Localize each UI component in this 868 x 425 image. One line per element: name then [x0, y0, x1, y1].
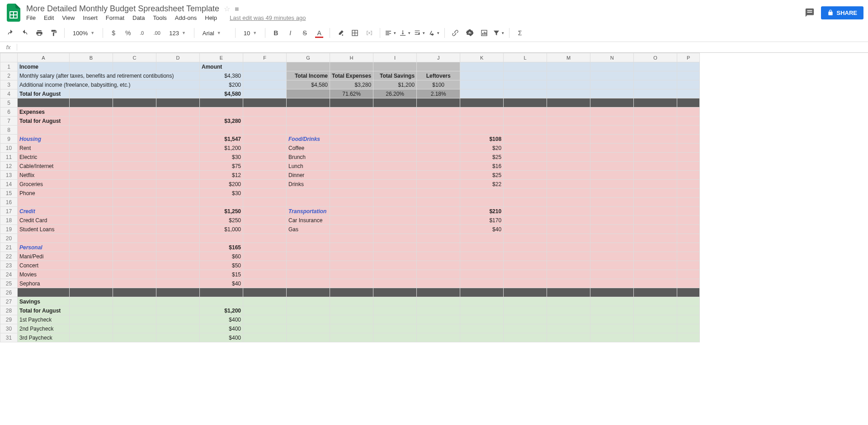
cell-L7[interactable] — [504, 117, 547, 126]
cell-L3[interactable] — [504, 80, 547, 89]
cell-D17[interactable] — [156, 207, 200, 216]
cell-I18[interactable] — [373, 216, 417, 225]
cell-P4[interactable] — [677, 89, 700, 98]
cell-B21[interactable] — [70, 243, 113, 252]
cell-H11[interactable] — [330, 153, 373, 162]
cell-P2[interactable] — [677, 71, 700, 80]
cell-F13[interactable] — [243, 171, 287, 180]
cell-N24[interactable] — [590, 270, 634, 279]
cell-O4[interactable] — [634, 89, 677, 98]
cell-F11[interactable] — [243, 153, 287, 162]
cell-K6[interactable] — [460, 107, 504, 117]
cell-O29[interactable] — [634, 315, 677, 324]
redo-button[interactable] — [19, 27, 31, 39]
cell-M11[interactable] — [547, 153, 590, 162]
cell-K5[interactable] — [460, 98, 504, 107]
cell-D27[interactable] — [156, 297, 200, 306]
cell-G24[interactable] — [287, 270, 330, 279]
cell-A19[interactable]: Student Loans — [18, 225, 70, 234]
cell-G13[interactable]: Dinner — [287, 171, 330, 180]
cell-L20[interactable] — [504, 234, 547, 243]
cell-P24[interactable] — [677, 270, 700, 279]
cell-K23[interactable] — [460, 261, 504, 270]
cell-H7[interactable] — [330, 117, 373, 126]
cell-L17[interactable] — [504, 207, 547, 216]
cell-F5[interactable] — [243, 98, 287, 107]
cell-I2[interactable]: Total Savings — [373, 71, 417, 80]
cell-K13[interactable]: $25 — [460, 171, 504, 180]
row-header-19[interactable]: 19 — [0, 225, 18, 234]
cell-O18[interactable] — [634, 216, 677, 225]
cell-P9[interactable] — [677, 135, 700, 144]
cell-H25[interactable] — [330, 279, 373, 288]
menu-format[interactable]: Format — [106, 14, 124, 21]
cell-J19[interactable] — [417, 225, 460, 234]
cell-C13[interactable] — [113, 171, 156, 180]
cell-H3[interactable]: $3,280 — [330, 80, 373, 89]
cell-E31[interactable]: $400 — [200, 333, 243, 342]
cell-P23[interactable] — [677, 261, 700, 270]
cell-D13[interactable] — [156, 171, 200, 180]
cell-H23[interactable] — [330, 261, 373, 270]
col-header-E[interactable]: E — [200, 53, 243, 62]
cell-G18[interactable]: Car Insurance — [287, 216, 330, 225]
cell-M12[interactable] — [547, 162, 590, 171]
row-header-1[interactable]: 1 — [0, 62, 18, 71]
cell-G14[interactable]: Drinks — [287, 180, 330, 189]
cell-C5[interactable] — [113, 98, 156, 107]
cell-K26[interactable] — [460, 288, 504, 297]
cell-G20[interactable] — [287, 234, 330, 243]
cell-N25[interactable] — [590, 279, 634, 288]
cell-K4[interactable] — [460, 89, 504, 98]
functions-button[interactable]: Σ — [514, 27, 526, 39]
cell-G15[interactable] — [287, 189, 330, 198]
cell-O7[interactable] — [634, 117, 677, 126]
cell-O25[interactable] — [634, 279, 677, 288]
cell-E3[interactable]: $200 — [200, 80, 243, 89]
cell-I27[interactable] — [373, 297, 417, 306]
cell-B28[interactable] — [70, 306, 113, 315]
cell-O19[interactable] — [634, 225, 677, 234]
row-header-3[interactable]: 3 — [0, 80, 18, 89]
col-header-N[interactable]: N — [590, 53, 634, 62]
cell-D24[interactable] — [156, 270, 200, 279]
cell-H27[interactable] — [330, 297, 373, 306]
cell-F24[interactable] — [243, 270, 287, 279]
cell-N6[interactable] — [590, 107, 634, 117]
cell-L6[interactable] — [504, 107, 547, 117]
cell-O26[interactable] — [634, 288, 677, 297]
cell-P27[interactable] — [677, 297, 700, 306]
cell-H19[interactable] — [330, 225, 373, 234]
cell-F31[interactable] — [243, 333, 287, 342]
cell-B19[interactable] — [70, 225, 113, 234]
cell-I1[interactable] — [373, 62, 417, 71]
cell-L9[interactable] — [504, 135, 547, 144]
cell-H18[interactable] — [330, 216, 373, 225]
cell-A14[interactable]: Groceries — [18, 180, 70, 189]
cell-N3[interactable] — [590, 80, 634, 89]
cell-F3[interactable] — [243, 80, 287, 89]
cell-C9[interactable] — [113, 135, 156, 144]
cell-H22[interactable] — [330, 252, 373, 261]
cell-P26[interactable] — [677, 288, 700, 297]
cell-B29[interactable] — [70, 315, 113, 324]
cell-J27[interactable] — [417, 297, 460, 306]
cell-I31[interactable] — [373, 333, 417, 342]
cell-O10[interactable] — [634, 144, 677, 153]
doc-title[interactable]: More Detailed Monthly Budget Spreadsheet… — [26, 4, 219, 14]
row-header-6[interactable]: 6 — [0, 107, 18, 117]
cell-I17[interactable] — [373, 207, 417, 216]
cell-G30[interactable] — [287, 324, 330, 333]
cell-L13[interactable] — [504, 171, 547, 180]
cell-F25[interactable] — [243, 279, 287, 288]
rotate-button[interactable]: ▼ — [428, 27, 440, 39]
cell-O23[interactable] — [634, 261, 677, 270]
cell-J5[interactable] — [417, 98, 460, 107]
cell-N8[interactable] — [590, 126, 634, 135]
cell-J25[interactable] — [417, 279, 460, 288]
cell-M28[interactable] — [547, 306, 590, 315]
halign-button[interactable]: ▼ — [385, 27, 396, 39]
cell-N14[interactable] — [590, 180, 634, 189]
cell-N22[interactable] — [590, 252, 634, 261]
cell-I23[interactable] — [373, 261, 417, 270]
